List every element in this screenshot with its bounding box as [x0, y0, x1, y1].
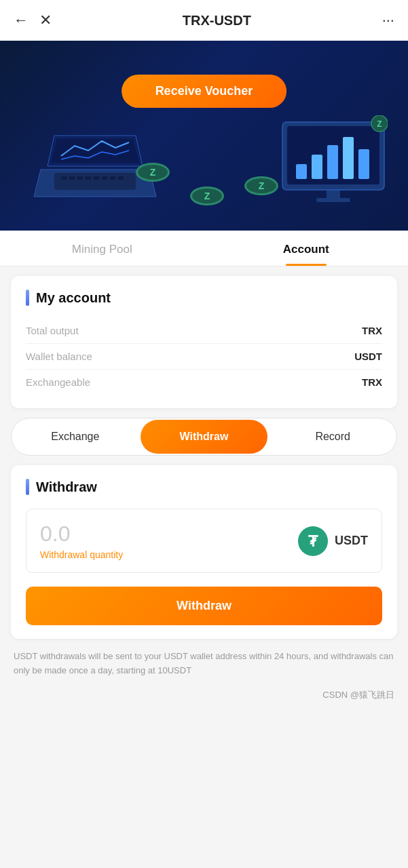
- svg-text:Z: Z: [377, 119, 382, 129]
- page-title: TRX-USDT: [183, 13, 251, 28]
- svg-rect-11: [118, 176, 124, 180]
- withdrawal-input-box[interactable]: 0.0 Withdrawal quantity ₮ USDT: [26, 509, 382, 573]
- monitor-illustration: Z: [279, 115, 388, 210]
- svg-rect-4: [61, 176, 67, 180]
- coin-1: Z: [136, 163, 170, 182]
- withdrawal-amount: 0.0: [40, 521, 123, 547]
- svg-rect-19: [343, 137, 354, 179]
- svg-rect-6: [77, 176, 83, 180]
- withdrawal-currency: ₮ USDT: [298, 526, 368, 556]
- account-section-title: My account: [36, 290, 111, 306]
- svg-rect-9: [102, 176, 107, 180]
- footer-watermark: CSDN @猿飞跳日: [14, 689, 394, 701]
- total-output-label: Total output: [26, 325, 79, 336]
- account-card: My account Total output TRX Wallet balan…: [11, 276, 397, 408]
- total-output-value: TRX: [362, 325, 382, 336]
- withdrawal-left: 0.0 Withdrawal quantity: [40, 521, 123, 560]
- receive-voucher-button[interactable]: Receive Voucher: [122, 75, 287, 108]
- account-title-row: My account: [26, 290, 382, 306]
- withdraw-section: Withdraw 0.0 Withdrawal quantity ₮ USDT …: [11, 465, 397, 639]
- svg-rect-13: [316, 198, 350, 202]
- svg-rect-3: [54, 173, 136, 190]
- app-header: ← ✕ TRX-USDT ···: [0, 0, 408, 41]
- accent-bar: [26, 290, 29, 306]
- withdrawal-quantity-label: Withdrawal quantity: [40, 549, 123, 560]
- currency-name: USDT: [335, 534, 368, 548]
- tab-account[interactable]: Account: [204, 231, 409, 266]
- exchangeable-row: Exchangeable TRX: [26, 370, 382, 395]
- coin-2: Z: [190, 186, 224, 205]
- total-output-row: Total output TRX: [26, 318, 382, 344]
- more-options-button[interactable]: ···: [382, 12, 394, 29]
- withdraw-accent-bar: [26, 479, 29, 495]
- coin-3: Z: [244, 176, 278, 195]
- withdraw-title-row: Withdraw: [26, 479, 382, 495]
- back-button[interactable]: ←: [14, 12, 29, 29]
- tab-mining-pool[interactable]: Mining Pool: [0, 231, 204, 266]
- withdraw-section-title: Withdraw: [36, 479, 97, 495]
- svg-rect-17: [312, 155, 322, 179]
- withdraw-action-button[interactable]: Withdraw: [26, 587, 382, 625]
- svg-rect-8: [94, 176, 99, 180]
- svg-text:₮: ₮: [308, 533, 318, 550]
- header-left-icons: ← ✕: [14, 12, 52, 29]
- exchangeable-label: Exchangeable: [26, 376, 90, 388]
- wallet-balance-row: Wallet balance USDT: [26, 344, 382, 370]
- tether-icon: ₮: [298, 526, 328, 556]
- action-buttons-row: Exchange Withdraw Record: [11, 418, 397, 456]
- svg-rect-18: [327, 145, 338, 179]
- withdraw-button[interactable]: Withdraw: [141, 420, 268, 454]
- svg-rect-10: [110, 176, 115, 180]
- exchangeable-value: TRX: [362, 376, 382, 388]
- svg-rect-16: [296, 164, 307, 179]
- record-button[interactable]: Record: [269, 418, 396, 455]
- wallet-balance-value: USDT: [354, 351, 382, 362]
- svg-rect-20: [358, 149, 369, 179]
- footer-note: USDT withdrawals will be sent to your US…: [14, 650, 394, 678]
- exchange-button[interactable]: Exchange: [12, 418, 139, 455]
- svg-rect-5: [69, 176, 75, 180]
- close-button[interactable]: ✕: [39, 12, 52, 29]
- banner-section: Z Z Z Z Receive Voucher: [0, 41, 408, 231]
- svg-marker-2: [51, 139, 139, 163]
- svg-rect-7: [86, 176, 91, 180]
- wallet-balance-label: Wallet balance: [26, 351, 92, 362]
- tabs-container: Mining Pool Account: [0, 231, 408, 267]
